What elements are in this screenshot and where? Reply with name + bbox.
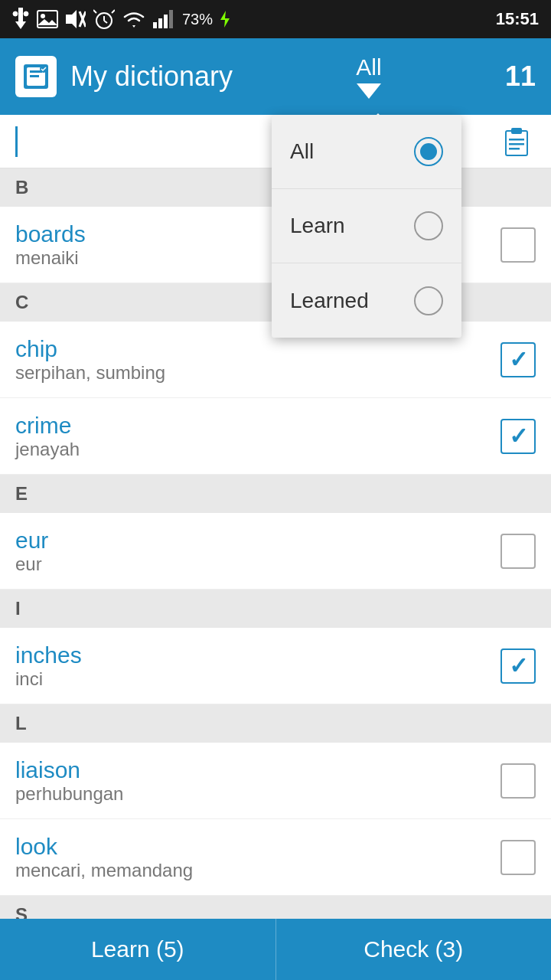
svg-line-15 [93,10,96,13]
svg-rect-25 [30,75,39,77]
filter-label: All [356,54,381,80]
translation-label: inci [15,668,500,690]
svg-rect-17 [153,22,157,28]
word-text-group: look mencari, memandang [15,834,500,881]
image-icon [37,10,58,28]
svg-marker-8 [37,19,57,25]
status-time: 15:51 [496,9,539,29]
svg-rect-4 [14,11,17,16]
learn-button[interactable]: Learn (5) [0,919,276,980]
word-text-group: liaison perhubungan [15,757,500,805]
svg-line-14 [104,21,107,23]
usb-icon [12,8,29,31]
translation-label: serpihan, sumbing [15,362,500,384]
chevron-down-icon [357,83,381,99]
filter-option-all-label: All [290,139,314,164]
checkmark-icon: ✓ [509,655,528,678]
word-text-group: inches inci [15,642,500,690]
check-button[interactable]: Check (3) [276,919,552,980]
filter-option-learn-label: Learn [290,214,345,238]
learned-checkbox[interactable]: ✓ [500,419,536,454]
svg-line-16 [112,10,115,13]
learn-button-label: Learn (5) [91,936,184,962]
radio-button-learn[interactable] [414,211,443,240]
translation-label: mencari, memandang [15,860,500,881]
list-item[interactable]: look mencari, memandang [0,819,551,896]
word-label: inches [15,642,500,668]
app-logo [15,56,57,97]
svg-rect-31 [509,148,520,150]
word-label: look [15,834,500,860]
signal-icon [153,10,174,28]
learned-checkbox[interactable] [500,534,536,569]
check-button-label: Check (3) [364,936,463,962]
learned-checkbox[interactable] [500,227,536,263]
svg-marker-21 [220,11,230,28]
svg-marker-1 [15,21,26,29]
alarm-icon [93,8,115,30]
word-text-group: crime jenayah [15,413,500,460]
word-label: crime [15,413,500,439]
svg-rect-5 [24,11,28,16]
filter-option-learned-label: Learned [290,289,369,313]
radio-button-all[interactable] [414,137,443,166]
clipboard-button[interactable] [497,122,536,161]
section-header-e: E [0,475,551,513]
list-item[interactable]: crime jenayah ✓ [0,398,551,475]
svg-rect-30 [509,143,524,145]
dropdown-indicator [367,113,389,124]
word-label: chip [15,336,500,362]
word-text-group: chip serpihan, sumbing [15,336,500,384]
status-left-icons: 73% [12,8,230,31]
radio-button-learned[interactable] [414,286,443,315]
wifi-icon [122,10,145,28]
list-item[interactable]: inches inci ✓ [0,628,551,704]
search-cursor [15,126,18,157]
svg-rect-18 [158,18,162,28]
svg-rect-28 [511,128,522,134]
filter-option-all[interactable]: All [272,115,461,189]
checkmark-icon: ✓ [509,425,528,448]
svg-rect-20 [169,10,173,28]
svg-point-7 [41,14,45,18]
section-header-i: I [0,590,551,628]
learned-checkbox[interactable]: ✓ [500,342,536,377]
translation-label: eur [15,554,500,575]
svg-rect-0 [18,8,23,21]
word-label: eur [15,528,500,554]
app-bar: My dictionary All 11 [0,38,551,115]
checkmark-icon: ✓ [509,348,528,371]
charging-icon [220,11,230,28]
status-bar: 73% 15:51 [0,0,551,38]
list-item[interactable]: liaison perhubungan [0,743,551,819]
learned-checkbox[interactable] [500,763,536,799]
learned-checkbox[interactable]: ✓ [500,648,536,684]
word-label: liaison [15,757,500,783]
learned-checkbox[interactable] [500,840,536,875]
item-count: 11 [505,60,536,93]
bottom-bar: Learn (5) Check (3) [0,919,551,980]
filter-dropdown: All Learn Learned [272,115,461,338]
app-title: My dictionary [70,60,233,93]
filter-option-learn[interactable]: Learn [272,189,461,263]
filter-option-learned[interactable]: Learned [272,263,461,338]
battery-text: 73% [182,11,213,28]
svg-rect-29 [509,139,524,141]
radio-selected-indicator [420,143,437,160]
translation-label: jenayah [15,439,500,460]
section-header-l: L [0,704,551,743]
mute-icon [66,8,86,30]
translation-label: perhubungan [15,783,500,805]
svg-marker-9 [66,10,77,28]
filter-dropdown-trigger[interactable]: All [356,54,381,99]
word-text-group: eur eur [15,528,500,575]
app-bar-left: My dictionary [15,56,233,97]
svg-rect-24 [30,70,42,73]
list-item[interactable]: eur eur [0,513,551,590]
svg-rect-19 [164,15,168,28]
